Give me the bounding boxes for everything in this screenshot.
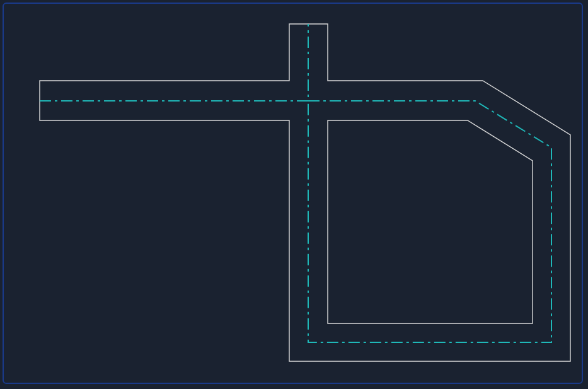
outline-layer <box>40 24 570 361</box>
centerline-2 <box>308 101 551 342</box>
centerline-layer <box>40 24 551 342</box>
outline-inner <box>328 120 533 323</box>
outline-outer <box>40 24 570 361</box>
cad-canvas <box>0 0 588 389</box>
centerline-1 <box>40 24 308 101</box>
